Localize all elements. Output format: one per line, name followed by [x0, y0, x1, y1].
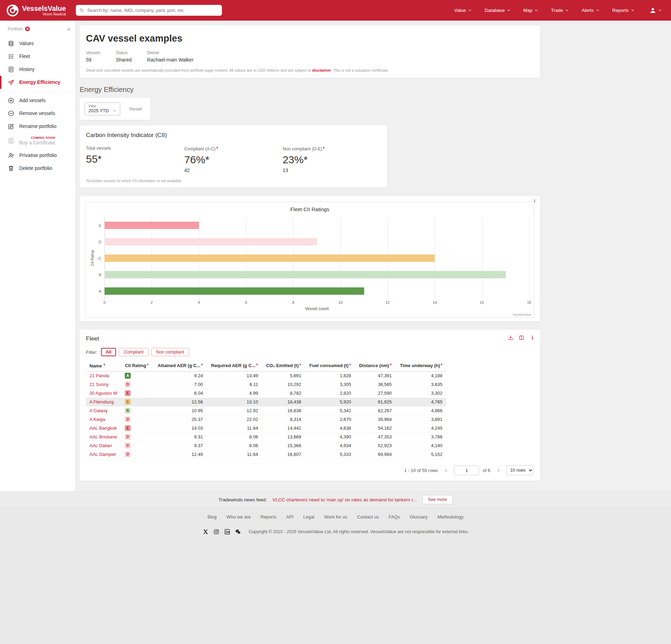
- table-row[interactable]: A GalaxyB10.9512.9216,6365,34262,2674,66…: [86, 407, 446, 415]
- export-icon[interactable]: [508, 335, 513, 341]
- sidebar-item-remove-vessels[interactable]: Remove vessels: [0, 107, 75, 120]
- table-row[interactable]: AAL DalianD9.378.0615,3664,93452,9234,14…: [86, 442, 446, 450]
- vessel-name-link[interactable]: A Galaxy: [86, 407, 121, 415]
- column-header-distance-nm[interactable]: Distance (nm)e: [355, 360, 395, 371]
- footer-link-faqs[interactable]: FAQs: [389, 514, 400, 520]
- view-controls-panel: View: 2025 YTD Reset: [80, 98, 150, 120]
- search-icon: [79, 8, 84, 13]
- wechat-icon[interactable]: [235, 529, 241, 535]
- sidebar-item-rename-portfolio[interactable]: Rename portfolio: [0, 120, 75, 133]
- vessel-name-link[interactable]: 21 Sunny: [86, 380, 121, 389]
- column-header-attained-aer-g-c[interactable]: Attained AER (g C...e: [153, 360, 206, 371]
- rows-per-page-select[interactable]: 10 rows: [506, 465, 534, 475]
- column-header-time-underway-h[interactable]: Time underway (h)e: [395, 360, 446, 371]
- sidebar-item-values[interactable]: Values: [0, 37, 75, 50]
- footer-link-work-for-us[interactable]: Work for us: [324, 514, 347, 520]
- footer-link-reports[interactable]: Reports: [260, 514, 276, 520]
- table-row[interactable]: AAL DampierD12.4911.6416,6075,33369,9845…: [86, 450, 446, 459]
- columns-icon[interactable]: [519, 335, 524, 341]
- x-tick-label: 10: [338, 300, 342, 305]
- vessel-name-link[interactable]: 30 Agustos M: [86, 389, 121, 398]
- column-header-required-aer-g-c[interactable]: Required AER (g C...e: [207, 360, 262, 371]
- filter-non-compliant[interactable]: Non compliant: [151, 348, 189, 356]
- bar-rating-a[interactable]: [104, 287, 364, 295]
- portfolio-summary-panel: CAV vessel examples Vessels59StatusShare…: [80, 26, 540, 78]
- table-row[interactable]: 21 SunnyD7.006.1110,2923,30538,5653,635: [86, 380, 446, 389]
- footer-link-who-we-are[interactable]: Who we are: [226, 514, 251, 520]
- time-underway-cell: 3,891: [395, 415, 446, 424]
- vessel-name-link[interactable]: 21 Panda: [86, 371, 121, 380]
- footer-link-methodology[interactable]: Methodology: [438, 514, 463, 520]
- table-row[interactable]: 30 Agustos ME6.044.998,7822,82027,5903,3…: [86, 389, 446, 398]
- sidebar-item-delete-portfolio[interactable]: Delete portfolio: [0, 162, 75, 175]
- nav-item-alerts[interactable]: Alerts: [582, 8, 600, 13]
- linkedin-icon[interactable]: [224, 529, 230, 535]
- nav-item-map[interactable]: Map: [523, 8, 538, 13]
- bar-rating-b[interactable]: [104, 271, 506, 278]
- instagram-icon[interactable]: [213, 529, 219, 535]
- next-page-button[interactable]: [494, 466, 503, 475]
- column-header-name[interactable]: Name: [86, 360, 121, 371]
- nav-item-label: Database: [484, 8, 505, 13]
- gridline: [529, 217, 529, 299]
- column-header-fuel-consumed-t[interactable]: Fuel consumed (t)e: [305, 360, 355, 371]
- vessel-name-link[interactable]: AAL Bangkok: [86, 424, 121, 433]
- x-icon[interactable]: [202, 529, 209, 535]
- cii-rating-cell: E: [121, 389, 153, 398]
- info-icon[interactable]: [529, 335, 535, 341]
- bar-rating-d[interactable]: [104, 238, 317, 245]
- sidebar-item-fleet[interactable]: Fleet: [0, 50, 75, 63]
- nav-item-reports[interactable]: Reports: [612, 8, 635, 13]
- table-row[interactable]: 21 PandaA9.2413.495,6911,82847,3914,188: [86, 371, 446, 380]
- sidebar-item-history[interactable]: History: [0, 63, 75, 76]
- sidebar-item-privatise-portfolio[interactable]: Privatise portfolio: [0, 149, 75, 162]
- sidebar-item-label: Privatise portfolio: [19, 152, 57, 158]
- search-input[interactable]: [87, 7, 218, 13]
- page-number-input[interactable]: [454, 466, 479, 475]
- footer-link-glossary[interactable]: Glossary: [410, 514, 427, 520]
- previous-page-button[interactable]: [441, 466, 450, 475]
- table-row[interactable]: A FlensburgC12.5613.1018,4365,92061,9254…: [86, 398, 446, 407]
- section-title: Energy Efficiency: [80, 86, 540, 94]
- table-row[interactable]: AAL BangkokE14.0311.6414,4414,63854,1624…: [86, 424, 446, 433]
- column-header-co-emitted-t[interactable]: CO₂ Emitted (t)e: [261, 360, 305, 371]
- disclaimer-link[interactable]: disclaimer: [312, 68, 331, 72]
- bar-rating-c[interactable]: [104, 255, 435, 262]
- vessel-name-link[interactable]: AAL Dalian: [86, 442, 121, 450]
- vessel-name-link[interactable]: A Flensburg: [86, 398, 121, 407]
- footer-link-blog[interactable]: Blog: [208, 514, 217, 520]
- cii-rating-badge: D: [125, 381, 131, 387]
- time-underway-cell: 3,786: [395, 433, 446, 442]
- sidebar-item-label: Values: [19, 41, 34, 46]
- see-more-button[interactable]: See more: [423, 495, 453, 504]
- footer-link-contact-us[interactable]: Contact us: [357, 514, 379, 520]
- sidebar-item-add-vessels[interactable]: Add vessels: [0, 94, 75, 107]
- footer-bottom: Copyright © 2010 - 2025 VesselsValue Ltd…: [0, 529, 671, 535]
- bar-rating-e[interactable]: [104, 222, 199, 229]
- table-row[interactable]: AAL BrisbaneD9.318.0613,6694,39047,3533,…: [86, 433, 446, 442]
- table-row[interactable]: A KeigaD25.3722.028,3142,67039,9643,891: [86, 415, 446, 424]
- certificate-icon: [8, 137, 14, 144]
- nav-item-trade[interactable]: Trade: [551, 8, 569, 13]
- x-tick-label: 18: [527, 300, 531, 305]
- sidebar-item-energy-efficiency[interactable]: Energy Efficiency: [0, 76, 75, 89]
- view-select[interactable]: View: 2025 YTD: [85, 102, 120, 115]
- fuel-consumed-cell: 5,333: [305, 450, 355, 459]
- nav-item-value[interactable]: Value: [454, 8, 472, 13]
- vessel-name-link[interactable]: A Keiga: [86, 415, 121, 424]
- nav-item-database[interactable]: Database: [484, 8, 511, 13]
- filter-compliant[interactable]: Compliant: [119, 348, 148, 356]
- co2-emitted-cell: 18,436: [261, 398, 305, 407]
- vesselsvalue-logo[interactable]: VesselsValue Veson Nautical: [6, 4, 66, 17]
- news-feed-link[interactable]: VLCC charterers need to ‘man up’ on rate…: [273, 497, 417, 502]
- user-menu[interactable]: [649, 7, 662, 14]
- meta-owner: OwnerRachael-main Walker: [147, 50, 194, 63]
- filter-all[interactable]: All: [101, 348, 116, 356]
- vessel-name-link[interactable]: AAL Brisbane: [86, 433, 121, 442]
- reset-button[interactable]: Reset: [127, 106, 144, 112]
- collapse-sidebar-icon[interactable]: «: [67, 26, 70, 31]
- footer-link-legal[interactable]: Legal: [303, 514, 315, 520]
- column-header-cii-rating[interactable]: CII Ratinge: [121, 360, 153, 371]
- vessel-name-link[interactable]: AAL Dampier: [86, 450, 121, 459]
- footer-link-api[interactable]: API: [286, 514, 294, 520]
